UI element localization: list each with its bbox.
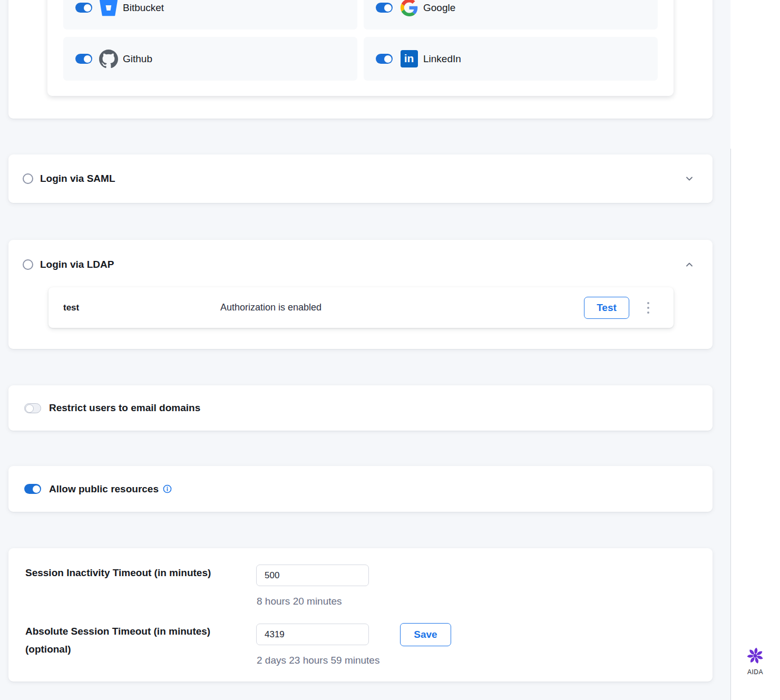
content-right-border [730,149,731,700]
google-icon [399,0,418,17]
aida-label: AIDA [730,668,780,676]
provider-row-linkedin: in LinkedIn [364,37,658,81]
inactivity-timeout-label: Session Inactivity Timeout (in minutes) [25,564,252,582]
linkedin-toggle[interactable] [376,54,393,64]
restrict-domains-toggle[interactable] [24,403,41,413]
absolute-timeout-label-line2: (optional) [25,640,252,658]
bitbucket-icon [99,0,118,17]
ldap-section-card: Login via LDAP test Authorization is ena… [8,240,713,349]
aida-widget[interactable]: AIDA [730,646,780,676]
saml-section-card: Login via SAML [8,154,713,203]
absolute-timeout-help: 2 days 23 hours 59 minutes [257,655,379,666]
inactivity-timeout-input[interactable] [256,565,369,586]
provider-label: Google [423,2,455,14]
provider-row-bitbucket: Bitbucket [63,0,357,30]
saml-title: Login via SAML [40,173,115,184]
ldap-header[interactable]: Login via LDAP [8,240,713,289]
chevron-up-icon[interactable] [684,259,695,270]
restrict-domains-label: Restrict users to email domains [49,402,200,414]
bitbucket-toggle[interactable] [75,3,92,13]
provider-row-github: Github [63,37,357,81]
providers-list-panel: Bitbucket Google Github [47,0,674,96]
public-resources-card: Allow public resources [8,466,713,512]
ldap-radio[interactable] [23,259,33,270]
inactivity-timeout-help: 8 hours 20 minutes [257,596,342,607]
provider-label: Github [123,53,152,65]
login-providers-card: Bitbucket Google Github [8,0,713,119]
linkedin-icon: in [399,50,418,69]
provider-label: Bitbucket [123,2,164,14]
chevron-down-icon[interactable] [684,173,695,184]
public-resources-label: Allow public resources [49,483,159,495]
absolute-timeout-label: Absolute Session Timeout (in minutes) (o… [25,623,252,658]
saml-header[interactable]: Login via SAML [8,154,713,203]
ldap-title: Login via LDAP [40,259,114,270]
save-button[interactable]: Save [400,623,451,646]
absolute-timeout-label-line1: Absolute Session Timeout (in minutes) [25,623,252,640]
session-settings-card: Session Inactivity Timeout (in minutes) … [8,548,713,682]
provider-label: LinkedIn [423,53,461,65]
info-icon[interactable] [163,484,172,493]
saml-radio[interactable] [23,173,33,184]
absolute-timeout-input[interactable] [256,624,369,645]
ldap-connection-status: Authorization is enabled [220,302,584,313]
google-toggle[interactable] [376,3,393,13]
github-toggle[interactable] [75,54,92,64]
ldap-connection-name: test [63,303,220,313]
right-rail [730,0,780,700]
provider-row-google: Google [364,0,658,30]
test-button[interactable]: Test [584,297,629,319]
restrict-domains-card: Restrict users to email domains [8,385,713,431]
github-icon [99,50,118,69]
public-resources-toggle[interactable] [24,484,41,494]
kebab-menu-icon[interactable] [645,300,651,316]
aida-flower-icon [746,646,765,665]
linkedin-icon-glyph: in [401,50,418,67]
ldap-connection-row: test Authorization is enabled Test [48,287,674,328]
